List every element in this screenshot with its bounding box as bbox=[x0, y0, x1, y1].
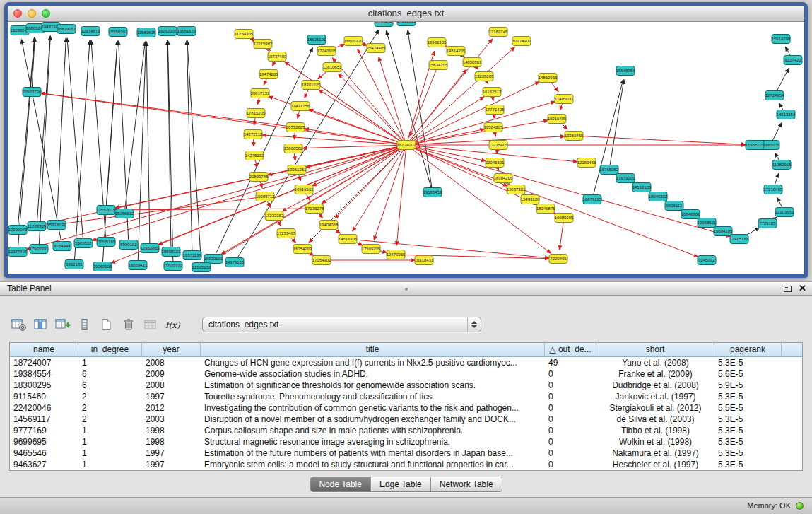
graph-node[interactable]: 19737403 bbox=[268, 52, 287, 62]
graph-node[interactable]: 10990075 bbox=[8, 226, 28, 235]
graph-node[interactable]: 12065102 bbox=[192, 263, 211, 272]
graph-node[interactable]: 9227420 bbox=[784, 56, 802, 65]
tab-edge-table[interactable]: Edge Table bbox=[371, 477, 431, 491]
graph-node[interactable]: 12180745 bbox=[489, 28, 508, 37]
graph-node[interactable]: 12470365 bbox=[387, 250, 406, 259]
graph-node[interactable]: 12652015 bbox=[97, 206, 116, 215]
graph-node[interactable]: 15684205 bbox=[714, 227, 733, 236]
graph-node[interactable]: 17054302 bbox=[312, 256, 331, 265]
graph-node[interactable]: 15808582 bbox=[284, 144, 303, 153]
graph-node[interactable]: 11003102 bbox=[164, 262, 183, 271]
table-row[interactable]: 969969511998Structural magnetic resonanc… bbox=[10, 436, 802, 448]
graph-node[interactable]: 9245032 bbox=[698, 256, 716, 265]
table-row[interactable]: 1938455462009Genome-wide association stu… bbox=[10, 368, 802, 380]
graph-node[interactable]: 17903301 bbox=[30, 245, 49, 254]
graph-node[interactable]: 8130464 bbox=[375, 22, 393, 27]
graph-node[interactable]: 20503726 bbox=[23, 88, 42, 97]
zoom-window-button[interactable] bbox=[42, 9, 50, 18]
graph-node[interactable]: 19185453 bbox=[423, 188, 442, 197]
graph-node[interactable]: 9054944 bbox=[53, 242, 71, 251]
column-header-in_degree[interactable]: in_degree bbox=[78, 343, 142, 357]
graph-node[interactable]: 18724007 bbox=[397, 141, 416, 150]
graph-node[interactable]: 15493120 bbox=[521, 195, 540, 204]
graph-node[interactable]: 16679195 bbox=[583, 195, 602, 204]
graph-node[interactable]: 17679205 bbox=[616, 174, 635, 183]
graph-node[interactable]: 16918431 bbox=[415, 256, 434, 265]
column-header-out_de[interactable]: △ out_de... bbox=[545, 343, 596, 357]
graph-node[interactable]: 16605120 bbox=[344, 37, 363, 46]
graph-node[interactable]: 17485031 bbox=[555, 95, 574, 104]
graph-node[interactable]: 16154203 bbox=[293, 245, 312, 254]
graph-node[interactable]: 12405165 bbox=[730, 235, 749, 244]
graph-node[interactable]: 14850301 bbox=[463, 58, 482, 67]
graph-node[interactable]: 10974303 bbox=[512, 37, 531, 46]
graph-node[interactable]: 17815205 bbox=[247, 109, 266, 118]
graph-node[interactable]: 13216405 bbox=[489, 141, 508, 150]
new-document-icon[interactable] bbox=[98, 316, 116, 333]
tab-network-table[interactable]: Network Table bbox=[431, 477, 502, 491]
graph-node[interactable]: 16530101 bbox=[204, 255, 223, 264]
graph-node[interactable]: 11283309 bbox=[28, 222, 47, 231]
column-header-year[interactable]: year bbox=[142, 343, 201, 357]
graph-node[interactable]: 12374873 bbox=[81, 27, 100, 36]
minimize-window-button[interactable] bbox=[28, 9, 36, 18]
graph-node[interactable]: 17771405 bbox=[486, 105, 505, 115]
table-row[interactable]: 946362711997Embryonic stem cells: a mode… bbox=[10, 459, 802, 470]
graph-node[interactable]: 16961305 bbox=[428, 38, 447, 47]
graph-node[interactable]: 16648784 bbox=[616, 66, 635, 76]
graph-node[interactable]: 15505165 bbox=[97, 238, 116, 247]
new-column-icon[interactable] bbox=[54, 316, 72, 333]
graph-node[interactable]: 18698321 bbox=[162, 247, 181, 257]
graph-node[interactable]: 20617151 bbox=[251, 89, 270, 98]
column-header-pagerank[interactable]: pagerank bbox=[714, 343, 782, 357]
graph-node[interactable]: 12377407 bbox=[8, 247, 28, 257]
graph-node[interactable]: 16765052 bbox=[600, 165, 619, 175]
graph-node[interactable]: 11254305 bbox=[235, 30, 254, 39]
graph-node[interactable]: 17015301 bbox=[397, 22, 416, 26]
graph-node[interactable]: 18535121 bbox=[307, 35, 326, 45]
graph-node[interactable]: 15634205 bbox=[429, 61, 448, 70]
graph-node[interactable]: 14513354 bbox=[777, 110, 796, 119]
table-row[interactable]: 977716911998Corpus callosum shape and si… bbox=[10, 425, 802, 436]
graph-node[interactable]: 17135278 bbox=[305, 204, 324, 214]
float-panel-icon[interactable] bbox=[784, 286, 792, 292]
graph-node[interactable]: 9862185 bbox=[65, 260, 83, 269]
select-columns-icon[interactable] bbox=[32, 316, 50, 333]
graph-node[interactable]: 15914708 bbox=[772, 35, 791, 44]
graph-node[interactable]: 14512105 bbox=[632, 183, 652, 192]
import-table-icon[interactable] bbox=[141, 316, 160, 333]
network-canvas[interactable]: 1503024216801246104819091883905712374873… bbox=[8, 22, 804, 274]
function-builder-icon[interactable]: f(x) bbox=[163, 316, 182, 333]
graph-node[interactable]: 12240105 bbox=[317, 47, 336, 56]
graph-node[interactable]: 10371193 bbox=[183, 251, 202, 260]
graph-node[interactable]: 16262207 bbox=[158, 27, 177, 36]
graph-node[interactable]: 10968521 bbox=[698, 218, 717, 228]
graph-node[interactable]: 14272512 bbox=[244, 130, 263, 139]
graph-node[interactable]: 13250465 bbox=[565, 132, 584, 141]
table-row[interactable]: 1872400712008Changes of HCN gene express… bbox=[10, 357, 802, 368]
graph-node[interactable]: 16059421 bbox=[129, 261, 148, 270]
network-graph[interactable]: 1503024216801246104819091883905712374873… bbox=[8, 22, 804, 274]
graph-node[interactable]: 12724954 bbox=[765, 91, 784, 100]
graph-node[interactable]: 13228205 bbox=[475, 72, 494, 81]
graph-node[interactable]: 10089712 bbox=[256, 192, 275, 201]
graph-node[interactable]: 12215987 bbox=[254, 40, 273, 49]
graph-node[interactable]: 15057301 bbox=[507, 185, 526, 194]
tab-node-table[interactable]: Node Table bbox=[310, 477, 371, 491]
graph-node[interactable]: 16474205 bbox=[259, 70, 278, 79]
column-header-short[interactable]: short bbox=[596, 343, 714, 357]
table-row[interactable]: 946554611997Estimation of the future num… bbox=[10, 448, 802, 459]
graph-node[interactable]: 11082565 bbox=[772, 160, 792, 170]
graph-node[interactable]: 16016405 bbox=[548, 115, 567, 124]
table-settings-icon[interactable] bbox=[10, 316, 28, 333]
graph-node[interactable]: 18504205 bbox=[484, 123, 503, 132]
graph-node[interactable]: 20732625 bbox=[286, 123, 305, 132]
graph-node[interactable]: 14850965 bbox=[539, 74, 558, 83]
graph-node[interactable]: 15056512 bbox=[115, 209, 134, 218]
graph-node[interactable]: 16980205 bbox=[555, 214, 574, 223]
graph-node[interactable]: 22045301 bbox=[486, 158, 505, 168]
graph-node[interactable]: 19404068 bbox=[319, 221, 339, 230]
graph-node[interactable]: 13061251 bbox=[288, 165, 307, 175]
graph-node[interactable]: 7220465 bbox=[549, 255, 567, 264]
graph-node[interactable]: 18301025 bbox=[302, 81, 321, 90]
